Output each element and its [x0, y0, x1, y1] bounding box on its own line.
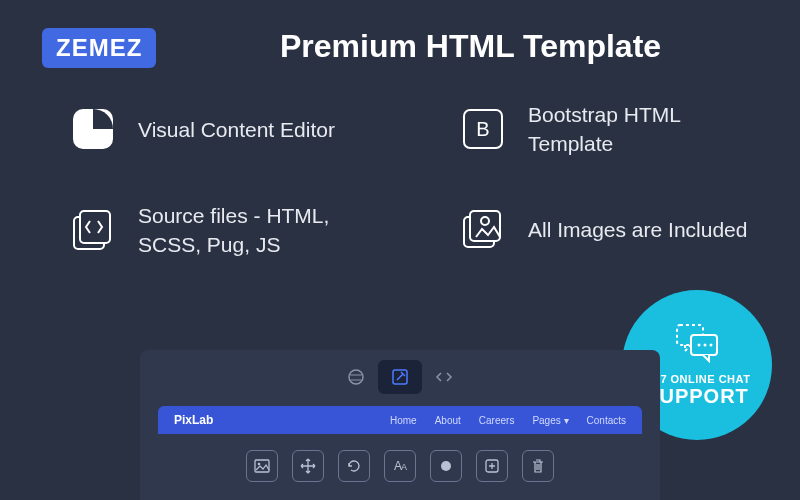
- tool-text[interactable]: AA: [384, 450, 416, 482]
- nav-contacts[interactable]: Contacts: [587, 415, 626, 426]
- bootstrap-icon: B: [460, 106, 506, 152]
- tool-delete[interactable]: [522, 450, 554, 482]
- preview-navbar: PixLab Home About Careers Pages ▾ Contac…: [158, 406, 642, 434]
- feature-label: Source files - HTML, SCSS, Pug, JS: [138, 201, 370, 260]
- nav-home[interactable]: Home: [390, 415, 417, 426]
- editor-toolbar: AA: [140, 434, 660, 500]
- feature-images: All Images are Included: [460, 201, 760, 260]
- chat-icon: [675, 323, 719, 367]
- mode-browse[interactable]: [334, 360, 378, 394]
- tool-add[interactable]: [476, 450, 508, 482]
- editor-preview: PixLab Home About Careers Pages ▾ Contac…: [140, 350, 660, 500]
- feature-label: All Images are Included: [528, 215, 747, 244]
- tool-shape[interactable]: [430, 450, 462, 482]
- svg-point-17: [441, 461, 451, 471]
- page-title: Premium HTML Template: [280, 28, 661, 65]
- images-icon: [460, 207, 506, 253]
- preview-brand: PixLab: [174, 413, 213, 427]
- editor-icon: [70, 106, 116, 152]
- tool-rotate[interactable]: [338, 450, 370, 482]
- svg-rect-4: [80, 211, 110, 243]
- svg-point-13: [349, 370, 363, 384]
- svg-text:B: B: [476, 118, 489, 140]
- mode-edit[interactable]: [378, 360, 422, 394]
- support-line2: SUPPORT: [645, 385, 749, 408]
- svg-point-11: [704, 343, 707, 346]
- svg-point-10: [698, 343, 701, 346]
- mode-tabs: [140, 350, 660, 400]
- feature-grid: Visual Content Editor B Bootstrap HTML T…: [70, 100, 760, 260]
- feature-label: Bootstrap HTML Template: [528, 100, 760, 159]
- svg-point-16: [258, 463, 261, 466]
- nav-careers[interactable]: Careers: [479, 415, 515, 426]
- feature-label: Visual Content Editor: [138, 115, 335, 144]
- brand-logo: ZEMEZ: [42, 28, 156, 68]
- nav-pages[interactable]: Pages ▾: [532, 415, 568, 426]
- tool-image[interactable]: [246, 450, 278, 482]
- mode-code[interactable]: [422, 360, 466, 394]
- feature-bootstrap: B Bootstrap HTML Template: [460, 100, 760, 159]
- tool-move[interactable]: [292, 450, 324, 482]
- nav-about[interactable]: About: [435, 415, 461, 426]
- svg-point-12: [710, 343, 713, 346]
- feature-visual-editor: Visual Content Editor: [70, 100, 370, 159]
- feature-source-files: Source files - HTML, SCSS, Pug, JS: [70, 201, 370, 260]
- source-icon: [70, 207, 116, 253]
